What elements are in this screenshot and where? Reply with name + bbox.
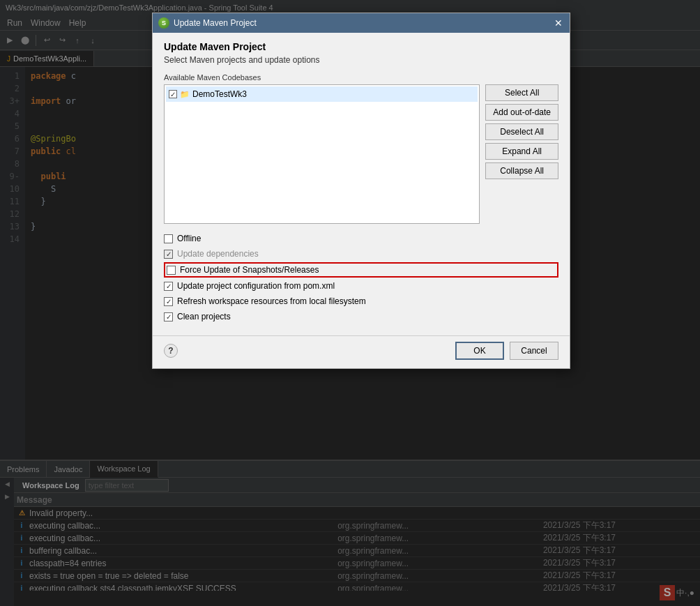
expand-all-button[interactable]: Expand All: [485, 143, 558, 160]
refresh-workspace-option: Refresh workspace resources from local f…: [164, 294, 558, 309]
options-section: Offline Update dependencies Force Update…: [164, 231, 558, 324]
project-list[interactable]: 📁 DemoTestWk3: [164, 84, 480, 224]
help-button[interactable]: ?: [164, 344, 178, 358]
update-config-checkbox[interactable]: [164, 282, 173, 291]
clean-projects-label: Clean projects: [177, 312, 231, 321]
cancel-button[interactable]: Cancel: [510, 342, 558, 360]
ok-button[interactable]: OK: [455, 342, 504, 360]
deselect-all-button[interactable]: Deselect All: [485, 123, 558, 140]
update-dependencies-option: Update dependencies: [164, 246, 558, 262]
select-all-button[interactable]: Select All: [485, 84, 558, 101]
update-dependencies-checkbox: [164, 250, 173, 259]
project-list-area: 📁 DemoTestWk3 Select All Add out-of-date…: [164, 84, 558, 224]
dialog-title-left: S Update Maven Project: [158, 17, 257, 29]
offline-label: Offline: [177, 234, 201, 243]
update-config-label: Update project configuration from pom.xm…: [177, 281, 335, 291]
offline-option: Offline: [164, 231, 558, 246]
project-name: DemoTestWk3: [192, 89, 247, 99]
side-buttons: Select All Add out-of-date Deselect All …: [485, 84, 558, 224]
offline-checkbox[interactable]: [164, 234, 173, 243]
add-out-of-date-button[interactable]: Add out-of-date: [485, 104, 558, 121]
refresh-workspace-checkbox[interactable]: [164, 297, 173, 306]
dialog-heading: Update Maven Project: [164, 41, 558, 52]
clean-projects-checkbox[interactable]: [164, 312, 173, 321]
dialog-subheading: Select Maven projects and update options: [164, 55, 558, 65]
dialog-titlebar: S Update Maven Project ✕: [153, 13, 570, 33]
clean-projects-option: Clean projects: [164, 309, 558, 324]
force-update-option: Force Update of Snapshots/Releases: [164, 262, 558, 278]
dialog-close-button[interactable]: ✕: [553, 17, 564, 29]
update-maven-dialog: S Update Maven Project ✕ Update Maven Pr…: [152, 13, 570, 369]
collapse-all-button[interactable]: Collapse All: [485, 162, 558, 179]
force-update-label: Force Update of Snapshots/Releases: [180, 265, 319, 275]
refresh-workspace-label: Refresh workspace resources from local f…: [177, 296, 366, 306]
folder-icon: 📁: [180, 90, 190, 99]
footer-buttons: OK Cancel: [455, 342, 558, 360]
dialog-title-text: Update Maven Project: [174, 18, 257, 28]
force-update-checkbox[interactable]: [167, 266, 176, 275]
update-config-option: Update project configuration from pom.xm…: [164, 278, 558, 294]
dialog-icon: S: [158, 17, 169, 29]
project-checkbox[interactable]: [169, 90, 177, 98]
section-label: Available Maven Codebases: [164, 73, 558, 82]
project-item[interactable]: 📁 DemoTestWk3: [166, 86, 478, 102]
update-dependencies-label: Update dependencies: [177, 249, 259, 259]
dialog-body: Update Maven Project Select Maven projec…: [153, 33, 570, 333]
dialog-footer: ? OK Cancel: [153, 335, 570, 368]
